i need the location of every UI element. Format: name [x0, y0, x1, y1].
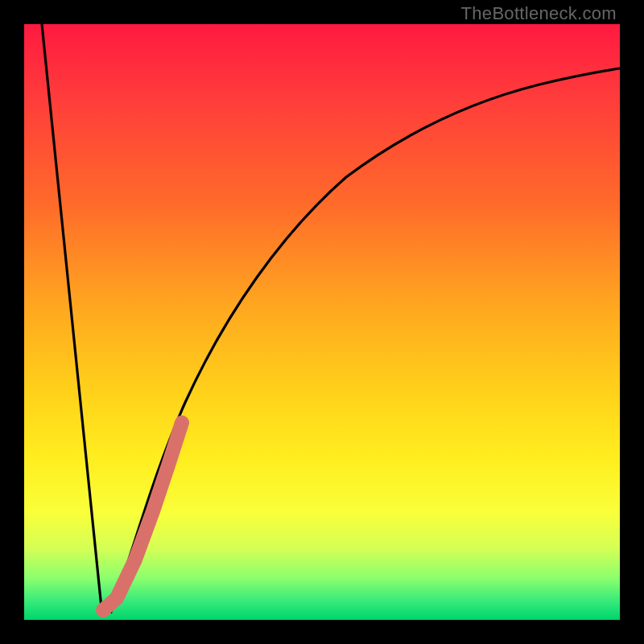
plot-area [24, 24, 620, 620]
chart-frame: TheBottleneck.com [0, 0, 644, 644]
bottleneck-curve-path [42, 24, 620, 612]
watermark-text: TheBottleneck.com [461, 3, 617, 24]
bottleneck-plot [24, 24, 620, 620]
